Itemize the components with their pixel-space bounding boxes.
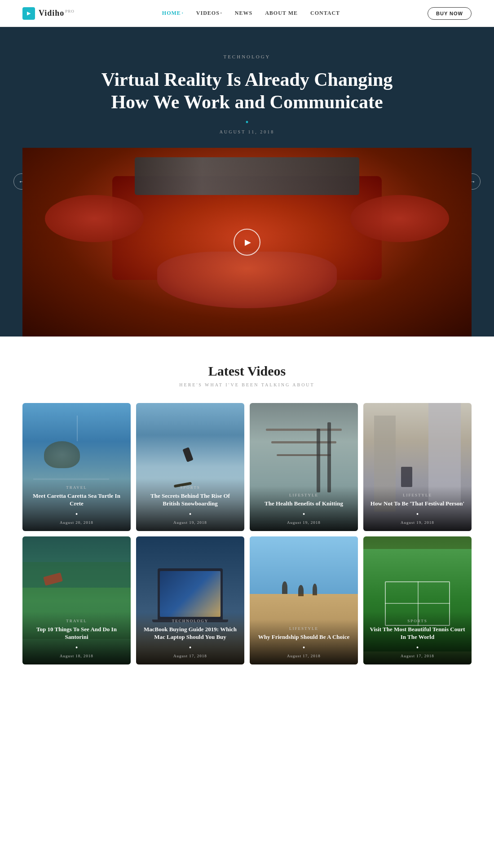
card-overlay-4: TRAVEL Top 10 Things To See And Do In Sa…: [22, 612, 131, 664]
video-card-6[interactable]: LIFESTYLE Why Friendship Should Be A Cho…: [250, 536, 358, 664]
video-card-5[interactable]: TECHNOLOGY MacBook Buying Guide 2019: Wh…: [136, 536, 244, 664]
card-dot-3: •: [416, 510, 419, 518]
video-card-2[interactable]: LIFESTYLE The Health Benefits of Knittin…: [250, 403, 358, 531]
buy-now-button[interactable]: BUY NOW: [428, 7, 472, 20]
card-title-5: MacBook Buying Guide 2019: Which Mac Lap…: [142, 626, 238, 641]
vr-top: [135, 157, 359, 195]
card-category-1: SPORTS: [180, 485, 200, 490]
logo[interactable]: VidihoPRO: [22, 7, 75, 20]
logo-pro: PRO: [65, 9, 75, 13]
card-title-1: The Secrets Behind The Rise Of British S…: [142, 492, 238, 508]
card-category-5: TECHNOLOGY: [172, 619, 209, 623]
card-category-4: TRAVEL: [66, 619, 87, 623]
latest-videos-section: Latest Videos HERE'S WHAT I'VE BEEN TALK…: [0, 337, 494, 688]
hero-date: AUGUST 11, 2018: [22, 129, 472, 134]
card-overlay-3: LIFESTYLE How Not To Be 'That Festival P…: [363, 486, 472, 531]
section-title: Latest Videos: [22, 363, 472, 379]
snowboarder-shape: [183, 447, 194, 462]
nav-about[interactable]: ABOUT ME: [265, 10, 298, 17]
card-category-6: LIFESTYLE: [289, 626, 318, 631]
card-date-1: August 19, 2018: [173, 520, 207, 525]
hero-section: ← → TECHNOLOGY Virtual Reality Is Alread…: [0, 27, 494, 337]
card-title-7: Visit The Most Beautiful Tennis Court In…: [370, 626, 465, 641]
card-category-3: LIFESTYLE: [403, 493, 432, 497]
card-date-5: August 17, 2018: [173, 654, 207, 658]
card-date-2: August 19, 2018: [287, 520, 321, 525]
card-dot-5: •: [189, 644, 192, 652]
turtle-shape: [44, 441, 80, 468]
section-subtitle: HERE'S WHAT I'VE BEEN TALKING ABOUT: [22, 382, 472, 387]
card-title-3: How Not To Be 'That Festival Person': [370, 500, 464, 508]
card-overlay-7: SPORTS Visit The Most Beautiful Tennis C…: [363, 612, 472, 664]
card-overlay-2: LIFESTYLE The Health Benefits of Knittin…: [250, 486, 358, 531]
card-date-0: August 20, 2018: [60, 520, 93, 525]
card-dot-2: •: [303, 510, 305, 518]
logo-icon: [22, 7, 35, 20]
hero-image[interactable]: [22, 148, 472, 337]
vr-headphone-left: [45, 195, 144, 242]
logo-text: VidihoPRO: [39, 9, 75, 18]
nav-news[interactable]: NEWS: [235, 10, 252, 17]
card-dot-6: •: [303, 644, 305, 652]
card-category-0: TRAVEL: [66, 485, 87, 490]
card-overlay-6: LIFESTYLE Why Friendship Should Be A Cho…: [250, 620, 358, 664]
card-dot-1: •: [189, 510, 192, 518]
card-title-0: Meet Caretta Caretta Sea Turtle In Crete: [29, 492, 124, 508]
card-date-4: August 18, 2018: [60, 654, 93, 658]
card-category-7: SPORTS: [407, 619, 427, 623]
play-button[interactable]: [234, 229, 260, 256]
navbar: VidihoPRO HOME VIDEOS NEWS ABOUT ME CONT…: [0, 0, 494, 27]
card-title-6: Why Friendship Should Be A Choice: [258, 633, 349, 641]
card-dot-4: •: [75, 644, 78, 652]
video-grid-row1: TRAVEL Meet Caretta Caretta Sea Turtle I…: [22, 403, 472, 531]
video-card-1[interactable]: SPORTS The Secrets Behind The Rise Of Br…: [136, 403, 244, 531]
hero-category: TECHNOLOGY: [22, 54, 472, 59]
nav-contact[interactable]: CONTACT: [310, 10, 340, 17]
section-header: Latest Videos HERE'S WHAT I'VE BEEN TALK…: [22, 363, 472, 387]
video-card-7[interactable]: SPORTS Visit The Most Beautiful Tennis C…: [363, 536, 472, 664]
card-date-3: August 19, 2018: [401, 520, 434, 525]
card-dot-7: •: [416, 644, 419, 652]
logo-name: Vidiho: [39, 9, 64, 18]
video-grid-row2: TRAVEL Top 10 Things To See And Do In Sa…: [22, 536, 472, 664]
nav-home[interactable]: HOME: [162, 10, 184, 17]
card-overlay-5: TECHNOLOGY MacBook Buying Guide 2019: Wh…: [136, 612, 244, 664]
vr-face: [157, 252, 337, 308]
nav-links: HOME VIDEOS NEWS ABOUT ME CONTACT: [162, 10, 340, 17]
card-title-2: The Health Benefits of Knitting: [265, 500, 343, 508]
nav-videos[interactable]: VIDEOS: [196, 10, 222, 17]
video-card-4[interactable]: TRAVEL Top 10 Things To See And Do In Sa…: [22, 536, 131, 664]
card-title-4: Top 10 Things To See And Do In Santorini: [29, 626, 124, 641]
video-card-0[interactable]: TRAVEL Meet Caretta Caretta Sea Turtle I…: [22, 403, 131, 531]
card-overlay-0: TRAVEL Meet Caretta Caretta Sea Turtle I…: [22, 478, 131, 531]
hero-dot: •: [22, 117, 472, 128]
card-category-2: LIFESTYLE: [289, 493, 318, 497]
card-overlay-1: SPORTS The Secrets Behind The Rise Of Br…: [136, 478, 244, 531]
card-dot-0: •: [75, 510, 78, 518]
video-card-3[interactable]: LIFESTYLE How Not To Be 'That Festival P…: [363, 403, 472, 531]
card-date-6: August 17, 2018: [287, 654, 321, 658]
hero-title: Virtual Reality Is Already Changing How …: [94, 68, 400, 114]
vr-headphone-right: [350, 195, 449, 242]
card-date-7: August 17, 2018: [401, 654, 434, 658]
